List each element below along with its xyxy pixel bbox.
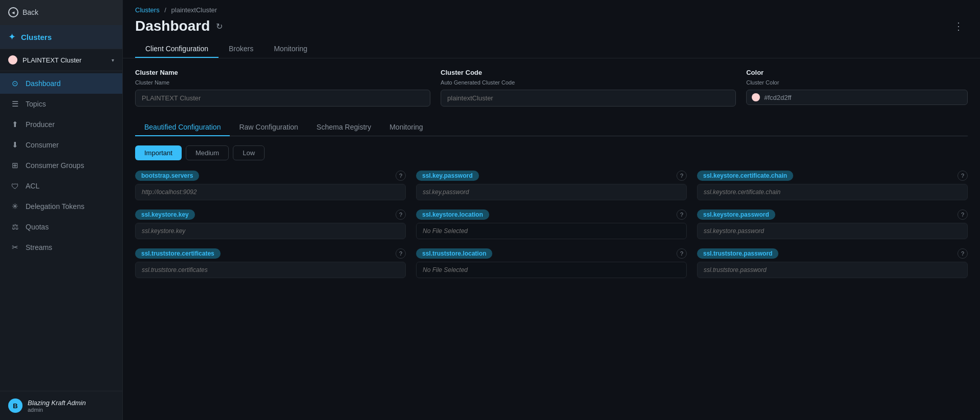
cluster-name-label: Cluster Name — [135, 69, 430, 76]
cluster-name-sublabel: Cluster Name — [135, 79, 430, 86]
sidebar-item-topics[interactable]: ☰ Topics — [0, 94, 122, 114]
config-tag: ssl.truststore.password — [697, 248, 778, 259]
producer-icon: ⬆ — [10, 120, 19, 129]
back-label: Back — [23, 8, 38, 16]
color-group: Color Cluster Color #fcd2d2ff — [746, 69, 968, 107]
sidebar-item-dashboard[interactable]: ⊙ Dashboard — [0, 73, 122, 94]
dashboard-icon: ⊙ — [10, 79, 19, 88]
cluster-name-group: Cluster Name Cluster Name — [135, 69, 430, 107]
avatar: B — [8, 398, 23, 413]
config-field-ssl-keystore-key: ssl.keystore.key? — [135, 209, 406, 239]
tab-monitoring[interactable]: Monitoring — [264, 40, 317, 58]
config-field-header: ssl.truststore.certificates? — [135, 248, 406, 259]
config-input-ssl-keystore-password[interactable] — [697, 223, 968, 239]
clusters-nav-item[interactable]: ✦ Clusters — [0, 25, 122, 49]
sidebar-item-streams[interactable]: ✂ Streams — [0, 237, 122, 258]
page-title-row: Dashboard ↻ ⋮ — [135, 18, 968, 34]
config-input-ssl-key-password[interactable] — [416, 184, 687, 200]
sidebar-item-consumer-groups[interactable]: ⊞ Consumer Groups — [0, 155, 122, 176]
more-options-icon[interactable]: ⋮ — [949, 18, 968, 34]
config-tag: ssl.key.password — [416, 171, 479, 181]
cluster-name: PLAINTEXT Cluster — [23, 56, 106, 64]
sub-tab-raw[interactable]: Raw Configuration — [230, 119, 307, 136]
config-field-header: ssl.truststore.password? — [697, 248, 968, 259]
config-help-icon[interactable]: ? — [396, 248, 406, 259]
config-field-ssl-keystore-location: ssl.keystore.location? — [416, 209, 687, 239]
config-input-ssl-keystore-location[interactable] — [416, 223, 687, 239]
cluster-code-label: Cluster Code — [441, 69, 736, 76]
config-input-ssl-keystore-certificate-chain[interactable] — [697, 184, 968, 200]
sidebar: ◂ Back ✦ Clusters PLAINTEXT Cluster ▾ ⊙ … — [0, 0, 123, 420]
color-sublabel: Cluster Color — [746, 79, 968, 86]
config-field-header: ssl.keystore.certificate.chain? — [697, 171, 968, 181]
config-help-icon[interactable]: ? — [957, 209, 968, 220]
config-field-ssl-keystore-certificate-chain: ssl.keystore.certificate.chain? — [697, 171, 968, 200]
sub-tab-monitoring[interactable]: Monitoring — [380, 119, 432, 136]
cluster-selector[interactable]: PLAINTEXT Cluster ▾ — [0, 49, 122, 71]
sidebar-item-consumer[interactable]: ⬇ Consumer — [0, 135, 122, 155]
color-input-wrap[interactable]: #fcd2d2ff — [746, 90, 968, 105]
user-role: admin — [28, 407, 86, 413]
sidebar-item-producer[interactable]: ⬆ Producer — [0, 114, 122, 135]
config-help-icon[interactable]: ? — [677, 248, 687, 259]
config-tag: ssl.keystore.location — [416, 209, 489, 220]
sidebar-item-label: Topics — [26, 100, 46, 108]
cluster-code-input[interactable] — [441, 90, 736, 107]
top-header: Clusters / plaintextCluster Dashboard ↻ … — [123, 0, 980, 58]
cluster-name-input[interactable] — [135, 90, 430, 107]
config-help-icon[interactable]: ? — [957, 171, 968, 181]
config-input-ssl-keystore-key[interactable] — [135, 223, 406, 239]
imp-tab-medium[interactable]: Medium — [186, 145, 229, 160]
clusters-label: Clusters — [21, 33, 52, 41]
sub-tab-schema-registry[interactable]: Schema Registry — [308, 119, 381, 136]
color-swatch — [752, 93, 760, 101]
config-input-ssl-truststore-password[interactable] — [697, 262, 968, 278]
streams-icon: ✂ — [10, 243, 19, 252]
content-area: Cluster Name Cluster Name Cluster Code A… — [123, 58, 980, 420]
breadcrumb-clusters-link[interactable]: Clusters — [135, 6, 160, 14]
breadcrumb: Clusters / plaintextCluster — [135, 6, 968, 14]
config-field-ssl-key-password: ssl.key.password? — [416, 171, 687, 200]
top-tabs: Client Configuration Brokers Monitoring — [135, 40, 968, 58]
sidebar-item-label: Dashboard — [26, 79, 61, 88]
imp-tab-important[interactable]: Important — [135, 145, 182, 160]
consumer-icon: ⬇ — [10, 140, 19, 150]
back-button[interactable]: ◂ Back — [0, 0, 122, 25]
config-help-icon[interactable]: ? — [957, 248, 968, 259]
sidebar-item-delegation-tokens[interactable]: ✳ Delegation Tokens — [0, 196, 122, 217]
config-field-header: ssl.keystore.location? — [416, 209, 687, 220]
config-help-icon[interactable]: ? — [677, 171, 687, 181]
color-value: #fcd2d2ff — [764, 94, 791, 101]
config-help-icon[interactable]: ? — [396, 209, 406, 220]
config-tag: ssl.keystore.certificate.chain — [697, 171, 793, 181]
config-input-bootstrap-servers[interactable] — [135, 184, 406, 200]
sidebar-item-label: Streams — [26, 243, 52, 251]
cluster-form-row: Cluster Name Cluster Name Cluster Code A… — [135, 69, 968, 107]
config-tag: ssl.keystore.key — [135, 209, 195, 220]
imp-tab-low[interactable]: Low — [233, 145, 265, 160]
sidebar-item-acl[interactable]: 🛡 ACL — [0, 176, 122, 196]
sub-tab-beautified[interactable]: Beautified Configuration — [135, 119, 230, 136]
config-input-ssl-truststore-certificates[interactable] — [135, 262, 406, 278]
config-tag: ssl.truststore.certificates — [135, 248, 221, 259]
config-field-ssl-keystore-password: ssl.keystore.password? — [697, 209, 968, 239]
tab-client-configuration[interactable]: Client Configuration — [135, 40, 219, 58]
tab-brokers[interactable]: Brokers — [219, 40, 264, 58]
user-name: Blazing Kraft Admin — [28, 399, 86, 407]
config-input-ssl-truststore-location[interactable] — [416, 262, 687, 278]
config-tag: ssl.keystore.password — [697, 209, 775, 220]
refresh-icon[interactable]: ↻ — [216, 22, 223, 31]
config-tag: bootstrap.servers — [135, 171, 199, 181]
delegation-tokens-icon: ✳ — [10, 202, 19, 211]
color-label: Color — [746, 69, 968, 76]
page-title-left: Dashboard ↻ — [135, 18, 223, 34]
config-tag: ssl.truststore.location — [416, 248, 492, 259]
sidebar-item-label: Consumer Groups — [26, 161, 84, 170]
consumer-groups-icon: ⊞ — [10, 161, 19, 170]
topics-icon: ☰ — [10, 99, 19, 109]
config-help-icon[interactable]: ? — [396, 171, 406, 181]
config-field-header: ssl.keystore.password? — [697, 209, 968, 220]
config-help-icon[interactable]: ? — [677, 209, 687, 220]
config-field-header: ssl.truststore.location? — [416, 248, 687, 259]
sidebar-item-quotas[interactable]: ⚖ Quotas — [0, 217, 122, 237]
